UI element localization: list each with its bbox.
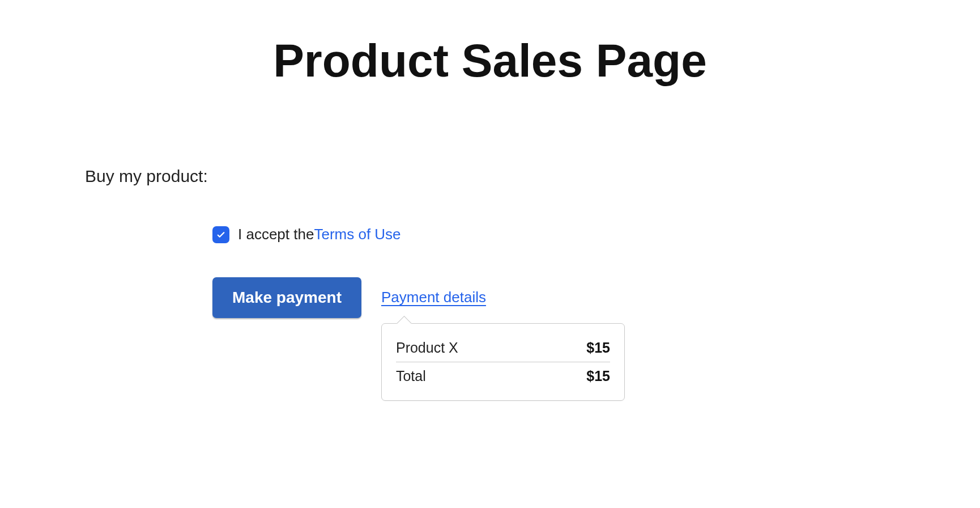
buy-prompt: Buy my product: bbox=[85, 167, 895, 186]
details-column: Payment details Product X $15 Total $15 bbox=[381, 289, 625, 401]
popover-total-label: Total bbox=[396, 368, 426, 384]
page-title: Product Sales Page bbox=[85, 34, 895, 87]
action-row: Make payment Payment details Product X $… bbox=[212, 277, 895, 401]
make-payment-button[interactable]: Make payment bbox=[212, 277, 361, 318]
terms-of-use-link[interactable]: Terms of Use bbox=[314, 226, 400, 243]
payment-details-link[interactable]: Payment details bbox=[381, 289, 625, 306]
popover-row: Product X $15 bbox=[396, 334, 610, 362]
terms-checkbox[interactable] bbox=[212, 226, 229, 243]
terms-label-prefix: I accept the bbox=[238, 226, 314, 243]
popover-row: Total $15 bbox=[396, 362, 610, 390]
popover-total-value: $15 bbox=[586, 368, 610, 384]
terms-row: I accept the Terms of Use bbox=[212, 226, 895, 243]
payment-details-popover: Product X $15 Total $15 bbox=[381, 323, 625, 401]
popover-item-value: $15 bbox=[586, 340, 610, 356]
popover-item-label: Product X bbox=[396, 340, 458, 356]
check-icon bbox=[216, 230, 226, 240]
